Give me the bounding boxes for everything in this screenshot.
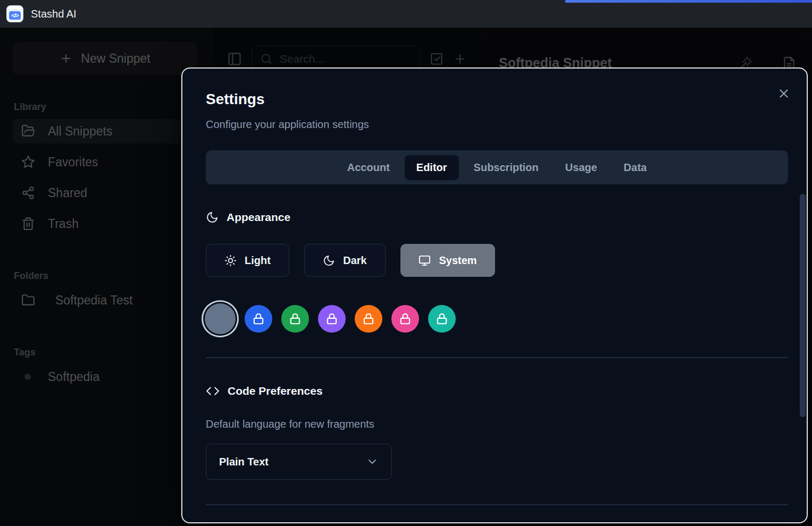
close-icon[interactable]	[777, 87, 791, 100]
app-title: Stashd AI	[31, 8, 77, 20]
code-preferences-heading-text: Code Preferences	[228, 385, 323, 397]
code-icon	[206, 384, 220, 398]
theme-dark-label: Dark	[343, 254, 366, 267]
modal-subtitle: Configure your application settings	[206, 118, 369, 131]
lock-icon	[252, 312, 265, 326]
accent-swatch-teal[interactable]	[428, 305, 456, 333]
lock-icon	[435, 312, 449, 326]
chevron-down-icon	[366, 455, 379, 468]
sun-icon	[224, 254, 237, 267]
tab-data[interactable]: Data	[612, 155, 658, 180]
default-language-label: Default language for new fragments	[206, 418, 374, 430]
monitor-icon	[418, 254, 431, 267]
modal-title: Settings	[206, 91, 264, 108]
theme-dark-button[interactable]: Dark	[304, 244, 386, 277]
code-window-icon: </>	[6, 5, 23, 22]
lock-icon	[398, 312, 412, 326]
theme-system-label: System	[439, 254, 476, 267]
lock-icon	[362, 312, 375, 326]
tab-editor[interactable]: Editor	[405, 155, 459, 180]
theme-system-button[interactable]: System	[400, 244, 495, 277]
settings-tabbar: Account Editor Subscription Usage Data	[206, 150, 788, 184]
appearance-heading-text: Appearance	[227, 211, 290, 224]
moon-icon	[206, 211, 219, 224]
accent-swatch-slate[interactable]	[205, 303, 236, 334]
accent-color-picker	[205, 303, 456, 334]
theme-selector: Light Dark System	[206, 244, 495, 277]
appearance-section-heading: Appearance	[206, 211, 290, 224]
section-divider	[206, 357, 788, 358]
window-titlebar: </> Stashd AI	[0, 0, 812, 28]
code-preferences-heading: Code Preferences	[206, 384, 323, 398]
accent-swatch-purple[interactable]	[318, 305, 346, 333]
top-accent-strip	[565, 0, 812, 3]
tab-usage[interactable]: Usage	[554, 155, 609, 180]
settings-modal: Settings Configure your application sett…	[181, 67, 808, 523]
accent-swatch-green[interactable]	[281, 305, 309, 333]
selected-language-value: Plain Text	[219, 456, 269, 468]
accent-swatch-pink[interactable]	[391, 305, 419, 333]
moon-icon	[323, 254, 335, 267]
accent-swatch-blue[interactable]	[245, 305, 272, 333]
lock-icon	[288, 312, 302, 326]
lock-icon	[325, 312, 339, 326]
modal-scrollbar[interactable]	[800, 194, 806, 417]
tab-subscription[interactable]: Subscription	[462, 155, 550, 180]
section-divider	[206, 504, 788, 505]
tab-account[interactable]: Account	[336, 155, 401, 180]
theme-light-label: Light	[245, 254, 271, 267]
accent-swatch-orange[interactable]	[355, 305, 382, 333]
theme-light-button[interactable]: Light	[206, 244, 289, 277]
default-language-select[interactable]: Plain Text	[206, 444, 392, 480]
